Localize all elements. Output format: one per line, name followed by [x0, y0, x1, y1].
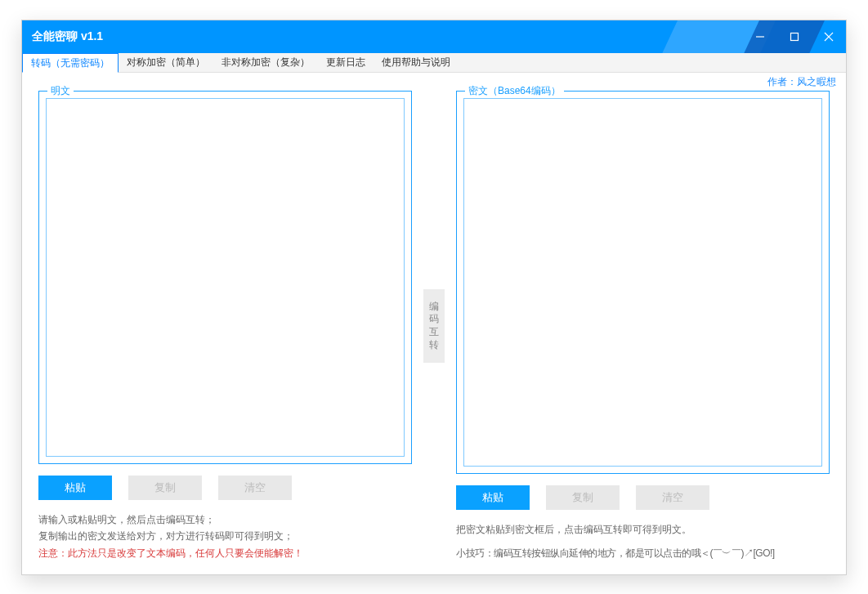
close-button[interactable]	[812, 20, 846, 53]
hint-warning: 注意：此方法只是改变了文本编码，任何人只要会便能解密！	[38, 545, 412, 561]
maximize-button[interactable]	[777, 20, 812, 53]
app-window: 全能密聊 v1.1 转码（无需密码） 对称加密（简单） 非对称加密（复杂） 更新…	[21, 20, 847, 575]
plaintext-clear-button[interactable]: 清空	[218, 476, 292, 500]
author-bar: 作者：风之暇想	[22, 73, 846, 91]
swap-label-char: 转	[423, 339, 445, 352]
ciphertext-legend: 密文（Base64编码）	[465, 84, 564, 98]
ciphertext-hints: 把密文粘贴到密文框后，点击编码互转即可得到明文。 小技巧：编码互转按钮纵向延伸的…	[456, 521, 830, 561]
hint-line: 复制输出的密文发送给对方，对方进行转码即可得到明文；	[38, 528, 412, 544]
plaintext-buttons: 粘贴 复制 清空	[38, 476, 412, 500]
hint-tip: 小技巧：编码互转按钮纵向延伸的地方，都是可以点击的哦＜(￣︶￣)↗[GO!]	[456, 545, 830, 561]
tab-changelog[interactable]: 更新日志	[318, 53, 374, 72]
swap-encode-button[interactable]: 编 码 互 转	[423, 289, 445, 363]
middle-column: 编 码 互 转	[412, 91, 456, 561]
ciphertext-fieldset: 密文（Base64编码）	[456, 91, 830, 474]
ciphertext-pane: 密文（Base64编码） 粘贴 复制 清空 把密文粘贴到密文框后，点击编码互转即…	[456, 91, 830, 561]
spacer	[456, 538, 830, 545]
plaintext-copy-button[interactable]: 复制	[128, 476, 202, 500]
ciphertext-buttons: 粘贴 复制 清空	[456, 485, 830, 510]
plaintext-input[interactable]	[46, 98, 405, 457]
window-controls	[743, 20, 846, 53]
swap-label-char: 码	[423, 313, 445, 326]
hint-line: 把密文粘贴到密文框后，点击编码互转即可得到明文。	[456, 521, 830, 538]
titlebar: 全能密聊 v1.1	[22, 20, 846, 53]
tab-transcode[interactable]: 转码（无需密码）	[22, 53, 119, 73]
svg-rect-1	[791, 33, 799, 41]
swap-label-char: 互	[423, 326, 445, 339]
hint-line: 请输入或粘贴明文，然后点击编码互转；	[38, 511, 412, 528]
plaintext-fieldset: 明文	[38, 91, 412, 464]
ciphertext-input[interactable]	[463, 98, 822, 467]
swap-label-char: 编	[423, 301, 445, 314]
plaintext-paste-button[interactable]: 粘贴	[38, 476, 112, 500]
ciphertext-clear-button[interactable]: 清空	[636, 485, 709, 510]
author-link[interactable]: 作者：风之暇想	[767, 75, 836, 89]
tab-help[interactable]: 使用帮助与说明	[374, 53, 459, 72]
minimize-button[interactable]	[743, 20, 777, 53]
tab-asymmetric[interactable]: 非对称加密（复杂）	[213, 53, 318, 72]
plaintext-pane: 明文 粘贴 复制 清空 请输入或粘贴明文，然后点击编码互转； 复制输出的密文发送…	[38, 91, 412, 561]
ciphertext-paste-button[interactable]: 粘贴	[456, 485, 530, 510]
tab-bar: 转码（无需密码） 对称加密（简单） 非对称加密（复杂） 更新日志 使用帮助与说明	[22, 53, 846, 73]
plaintext-hints: 请输入或粘贴明文，然后点击编码互转； 复制输出的密文发送给对方，对方进行转码即可…	[38, 511, 412, 561]
ciphertext-copy-button[interactable]: 复制	[546, 485, 620, 510]
app-title: 全能密聊 v1.1	[32, 29, 103, 44]
main-content: 明文 粘贴 复制 清空 请输入或粘贴明文，然后点击编码互转； 复制输出的密文发送…	[22, 91, 846, 574]
plaintext-legend: 明文	[47, 84, 74, 98]
tab-symmetric[interactable]: 对称加密（简单）	[119, 53, 213, 72]
